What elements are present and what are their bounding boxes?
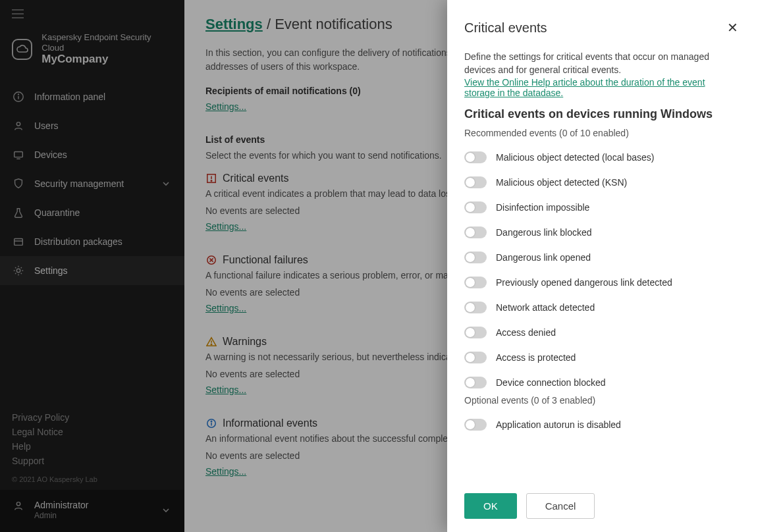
toggle-label: Malicious object detected (local bases)	[496, 152, 654, 163]
toggle-malicious-ksn[interactable]: Malicious object detected (KSN)	[464, 170, 734, 195]
toggle-label: Previously opened dangerous link detecte…	[496, 277, 672, 288]
toggle-access-protected[interactable]: Access is protected	[464, 345, 734, 370]
toggle-label: Application autorun is disabled	[496, 419, 621, 430]
panel-desc: Define the settings for critical events …	[464, 50, 734, 77]
toggle-switch[interactable]	[464, 352, 487, 363]
toggle-switch[interactable]	[464, 302, 487, 313]
toggle-dangerous-link-opened[interactable]: Dangerous link opened	[464, 245, 734, 270]
panel-help-link[interactable]: View the Online Help article about the d…	[464, 77, 705, 98]
panel-scroll[interactable]: Define the settings for critical events …	[464, 50, 741, 481]
toggle-switch[interactable]	[464, 151, 487, 163]
toggle-access-denied[interactable]: Access denied	[464, 320, 734, 345]
toggle-autorun-disabled[interactable]: Application autorun is disabled	[464, 412, 734, 437]
cancel-button[interactable]: Cancel	[526, 493, 595, 519]
toggle-device-connection-blocked[interactable]: Device connection blocked	[464, 370, 734, 395]
close-icon[interactable]: ✕	[724, 17, 741, 38]
toggle-switch[interactable]	[464, 226, 487, 238]
toggle-label: Device connection blocked	[496, 377, 606, 388]
toggle-switch[interactable]	[464, 327, 487, 338]
panel-actions: OK Cancel	[464, 481, 741, 519]
recommended-counter: Recommended events (0 of 10 enabled)	[464, 128, 734, 138]
toggle-label: Disinfection impossible	[496, 202, 589, 213]
toggle-network-attack[interactable]: Network attack detected	[464, 295, 734, 320]
panel-title: Critical events	[464, 20, 547, 36]
optional-counter: Optional events (0 of 3 enabled)	[464, 395, 734, 406]
toggle-switch[interactable]	[464, 419, 487, 431]
toggle-label: Dangerous link opened	[496, 252, 591, 263]
toggle-switch[interactable]	[464, 377, 487, 388]
critical-events-panel: Critical events ✕ Define the settings fo…	[447, 0, 758, 532]
toggle-label: Dangerous link blocked	[496, 227, 592, 238]
toggle-label: Access is protected	[496, 352, 576, 363]
toggle-disinfection-impossible[interactable]: Disinfection impossible	[464, 195, 734, 220]
toggle-switch[interactable]	[464, 201, 487, 213]
toggle-switch[interactable]	[464, 252, 487, 263]
panel-subheading: Critical events on devices running Windo…	[464, 107, 734, 121]
toggle-dangerous-link-blocked[interactable]: Dangerous link blocked	[464, 220, 734, 245]
toggle-switch[interactable]	[464, 277, 487, 288]
toggle-label: Access denied	[496, 327, 556, 338]
toggle-switch[interactable]	[464, 176, 487, 188]
toggle-label: Malicious object detected (KSN)	[496, 177, 627, 188]
toggle-prev-dangerous-link[interactable]: Previously opened dangerous link detecte…	[464, 270, 734, 295]
toggle-label: Network attack detected	[496, 302, 595, 313]
toggle-malicious-local[interactable]: Malicious object detected (local bases)	[464, 145, 734, 170]
ok-button[interactable]: OK	[464, 493, 517, 519]
